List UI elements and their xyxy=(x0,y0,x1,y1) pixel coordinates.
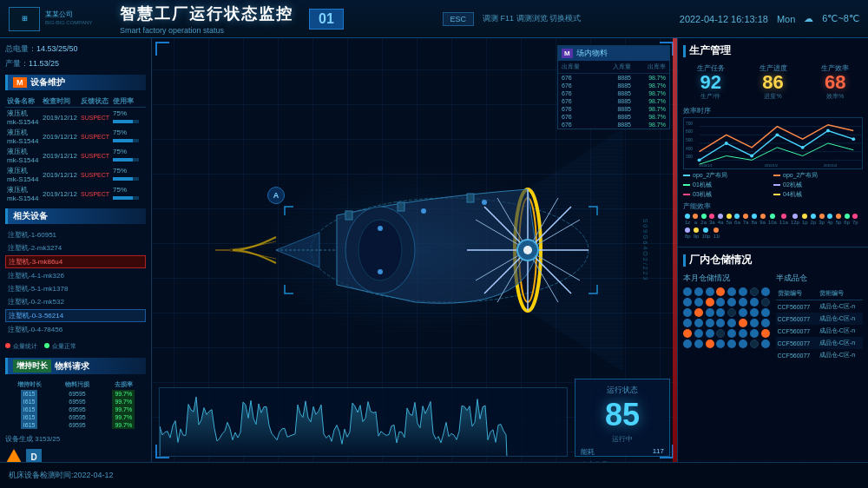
shelf-cell xyxy=(750,298,759,307)
right-panel: 生产管理 生产任务 92 生产/件 生产进度 86 进度% 生产效率 68 效率… xyxy=(677,38,868,462)
svg-point-37 xyxy=(775,133,779,136)
shelf-cell xyxy=(750,308,759,317)
dot-red-legend: 众量统计 xyxy=(5,340,37,351)
svg-point-22 xyxy=(378,269,383,274)
shelf-cell xyxy=(750,319,759,327)
material-row: 676888598.7% xyxy=(558,97,669,105)
legend-item: 03机械 xyxy=(683,190,773,199)
material-rows: 676888598.7%676888598.7%676888598.7%6768… xyxy=(558,74,669,129)
shelf-cell xyxy=(694,329,703,338)
rate-dot-item: 3p xyxy=(819,214,825,225)
rate-dot-item: 2a xyxy=(700,214,707,225)
related-device-item[interactable]: 注塑机-0-4-78456 xyxy=(5,324,146,335)
stat-output-value: 11.53/25 xyxy=(29,59,59,68)
vertical-label: S09G64O2/223 xyxy=(642,219,648,282)
device-count-text: 设备生成 3153/25 xyxy=(5,435,60,443)
shelf-cell xyxy=(739,287,747,296)
fuel-value: 117 xyxy=(653,447,664,457)
semi-col-cabinet: 货柜编号 xyxy=(818,287,863,300)
device-table-row: 液压机mk-S15442019/12/12SUSPECT75% xyxy=(5,127,146,146)
shelf-cell xyxy=(716,298,725,307)
supply-col-rate: 去损率 xyxy=(102,379,146,390)
shelf-cell xyxy=(694,340,703,348)
shelf-cell xyxy=(706,319,714,327)
efficiency-chart: 700 600 500 400 300 xyxy=(683,117,863,169)
device-count: 设备生成 3153/25 xyxy=(5,434,146,444)
status-value: 85 xyxy=(581,399,664,431)
svg-point-20 xyxy=(421,208,426,214)
supply-table-row: I6156959599.7% xyxy=(5,390,146,398)
section-m-label: 设备维护 xyxy=(30,76,65,89)
svg-point-23 xyxy=(523,246,532,254)
stat-power-value: 14.53/25/50 xyxy=(36,44,78,53)
shelf-cell xyxy=(750,340,759,348)
metric-sublabel: 进度% xyxy=(746,92,801,101)
legend-item: opo_2产布局 xyxy=(683,171,773,180)
shelf-cell xyxy=(727,329,736,338)
shelf-cell xyxy=(706,329,714,338)
rate-dot-item: 1z xyxy=(685,214,690,225)
shelf-cell xyxy=(727,340,736,348)
svg-point-39 xyxy=(826,129,830,133)
rate-dot-item: 8a xyxy=(751,214,757,225)
svg-text:700: 700 xyxy=(686,122,693,126)
production-metrics: 生产任务 92 生产/件 生产进度 86 进度% 生产效率 68 效率% xyxy=(683,63,863,101)
material-row: 676888598.7% xyxy=(558,89,669,97)
shelf-cell xyxy=(761,329,770,338)
svg-point-38 xyxy=(801,146,805,149)
shelf-cell xyxy=(694,319,703,327)
supply-badge: 增持时长 xyxy=(13,359,51,373)
stat-power: 总电量：14.53/25/50 xyxy=(5,43,146,55)
supply-table: 增持时长 物料污损 去损率 I6156959599.7%I6156959599.… xyxy=(5,379,146,429)
related-device-item[interactable]: 注塑机-2-mk3274 xyxy=(5,242,146,254)
esc-button[interactable]: ESC xyxy=(443,12,475,26)
shelf-cell xyxy=(739,319,747,327)
rate-dot-item: 10p xyxy=(701,228,710,239)
status-panel: 运行状态 85 运行中 能耗 117 生产数量 72 xyxy=(575,379,670,457)
rate-dots-row: 1za2a3a4a5a6a7a8a9a10a11a12p1p2p3p4p5p6p… xyxy=(683,211,863,241)
shelf-cell xyxy=(739,308,747,317)
section-m-badge: M xyxy=(13,77,27,88)
svg-point-34 xyxy=(698,158,701,162)
related-device-item[interactable]: 注塑机-0-2-mk532 xyxy=(5,296,146,307)
efficiency-svg: 700 600 500 400 300 xyxy=(684,118,862,168)
svg-text:2010/1/1: 2010/1/1 xyxy=(700,163,713,168)
rate-dot-item: 11a xyxy=(779,214,788,225)
rate-dot-item: 3a xyxy=(709,214,715,225)
related-device-item[interactable]: 注塑机-1-60951 xyxy=(5,229,146,241)
semi-warehouse-title: 半成品仓 xyxy=(776,273,864,284)
semi-table-row: CCF560077成品仓-C区-n xyxy=(776,349,864,361)
warehouse-title-text: 厂内仓储情况 xyxy=(689,253,752,267)
shelf-cell xyxy=(694,287,703,296)
svg-rect-16 xyxy=(398,202,404,211)
semi-warehouse: 半成品仓 货架编号 货柜编号 CCF560077成品仓-C区-nCCF56007… xyxy=(776,273,864,361)
rate-dot-item: 9a xyxy=(760,214,766,225)
production-title-text: 生产管理 xyxy=(689,43,731,58)
related-device-item[interactable]: 注塑机-3-mk86u4 xyxy=(5,255,146,268)
warning-row: D xyxy=(5,449,146,462)
related-device-item[interactable]: 注塑机-5-1-mk1378 xyxy=(5,283,146,294)
svg-rect-17 xyxy=(467,194,474,202)
logo-area: ⊞ 某某公司 BIG-BIG COMPANY xyxy=(9,7,113,31)
engine-svg xyxy=(207,129,623,372)
related-devices-list: 注塑机-1-60951注塑机-2-mk3274注塑机-3-mk86u4注塑机-4… xyxy=(5,229,146,335)
supply-table-row: I6156959599.7% xyxy=(5,421,146,429)
temperature-display: 6℃~8℃ xyxy=(822,13,859,24)
rate-dot-item: 5a xyxy=(726,214,732,225)
related-device-item[interactable]: 注塑机-4-1-mk326 xyxy=(5,270,146,281)
svg-text:400: 400 xyxy=(686,147,693,151)
svg-point-35 xyxy=(725,142,728,145)
shelf-cell xyxy=(683,308,692,317)
shelf-cell xyxy=(716,308,725,317)
shelf-cell xyxy=(727,319,736,327)
device-table-row: 液压机mk-S15442019/12/12SUSPECT75% xyxy=(5,108,146,128)
related-device-item[interactable]: 注塑机-0-3-56214 xyxy=(5,309,146,322)
col-usage: 使用率 xyxy=(111,96,146,108)
output-label: 生产数量 xyxy=(581,460,608,462)
material-table: M 场内物料 出库量 入库量 出库率 676888598.7%676888598… xyxy=(557,45,670,129)
col-device-name: 设备名称 xyxy=(5,96,41,108)
svg-text:2010/1/2: 2010/1/2 xyxy=(765,163,778,168)
shelf-cell xyxy=(706,298,714,307)
warning-icon xyxy=(5,449,23,462)
page-subtitle: Smart factory operation status xyxy=(120,26,293,35)
